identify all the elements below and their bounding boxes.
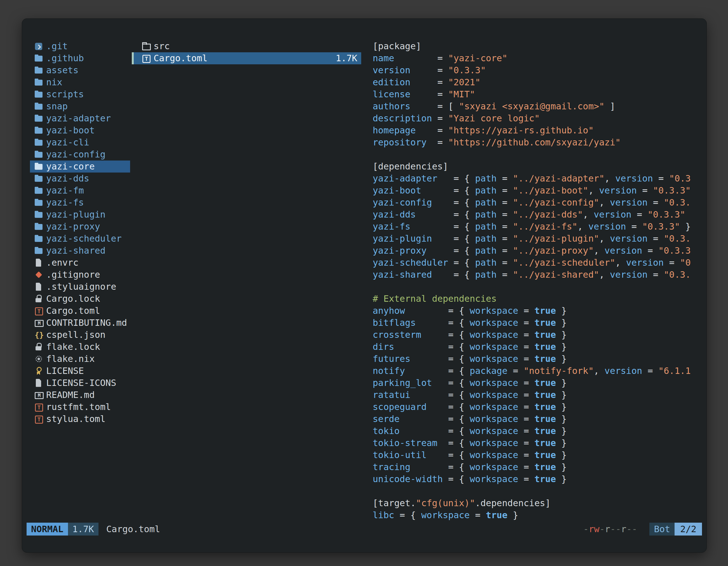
- folder-icon: [34, 150, 44, 160]
- item-label: yazi-fs: [46, 197, 84, 209]
- preview-line: [373, 485, 703, 497]
- preview-line: yazi-plugin = { path = "../yazi-plugin",…: [373, 233, 703, 245]
- preview-line: anyhow = { workspace = true }: [373, 305, 703, 317]
- lock-icon: [34, 342, 44, 352]
- file-icon: [34, 282, 44, 292]
- item-label: .github: [46, 52, 84, 64]
- parent-item-snap[interactable]: snap: [30, 100, 130, 112]
- preview-line: libc = { workspace = true }: [373, 509, 703, 521]
- status-right-group: -rw-r--r-- Bot 2/2: [583, 523, 702, 536]
- item-label: .git: [46, 40, 68, 52]
- parent-item-yazi-cli[interactable]: yazi-cli: [30, 137, 130, 149]
- preview-line: license = "MIT": [373, 88, 703, 100]
- preview-line: description = "Yazi core logic": [373, 112, 703, 125]
- parent-item-yazi-fm[interactable]: yazi-fm: [30, 185, 130, 197]
- item-label: .styluaignore: [46, 281, 116, 293]
- scroll-position-badge: Bot: [649, 523, 675, 536]
- folder-icon: [34, 162, 44, 172]
- item-label: LICENSE-ICONS: [46, 377, 116, 389]
- preview-line: unicode-width = { workspace = true }: [373, 473, 703, 485]
- parent-item-cspell.json[interactable]: cspell.json: [30, 329, 130, 341]
- preview-line: version = "0.3.3": [373, 64, 703, 76]
- folder-icon: [34, 198, 44, 208]
- preview-line: dirs = { workspace = true }: [373, 341, 703, 353]
- parent-item-.git[interactable]: .git: [30, 40, 130, 52]
- preview-line: tokio-stream = { workspace = true }: [373, 437, 703, 449]
- parent-item-Cargo.lock[interactable]: Cargo.lock: [30, 293, 130, 305]
- parent-item-yazi-adapter[interactable]: yazi-adapter: [30, 112, 130, 125]
- parent-item-flake.nix[interactable]: flake.nix: [30, 353, 130, 365]
- preview-line: tokio = { workspace = true }: [373, 425, 703, 437]
- parent-item-.styluaignore[interactable]: .styluaignore: [30, 281, 130, 293]
- md-icon: [34, 390, 44, 400]
- toml-icon: [34, 414, 44, 424]
- folder-icon: [34, 102, 44, 112]
- md-icon: [34, 318, 44, 328]
- parent-item-yazi-boot[interactable]: yazi-boot: [30, 125, 130, 137]
- preview-line: yazi-scheduler = { path = "../yazi-sched…: [373, 257, 703, 269]
- file-icon: [34, 258, 44, 268]
- preview-line: repository = "https://github.com/sxyazi/…: [373, 137, 703, 149]
- preview-line: # External dependencies: [373, 293, 703, 305]
- item-label: yazi-fm: [46, 185, 84, 197]
- preview-line: homepage = "https://yazi-rs.github.io": [373, 125, 703, 137]
- parent-item-yazi-plugin[interactable]: yazi-plugin: [30, 209, 130, 221]
- item-label: nix: [46, 76, 62, 88]
- mode-badge: NORMAL: [27, 523, 68, 536]
- folder-icon: [34, 78, 44, 88]
- desktop-background: { "colors": { "bg-outer": "#3a3a3a", "bg…: [0, 0, 728, 566]
- parent-item-scripts[interactable]: scripts: [30, 88, 130, 100]
- parent-item-.gitignore[interactable]: .gitignore: [30, 269, 130, 281]
- parent-item-LICENSE[interactable]: LICENSE: [30, 365, 130, 377]
- item-label: README.md: [46, 389, 95, 401]
- folder-open-icon: [141, 41, 151, 51]
- parent-item-yazi-core[interactable]: yazi-core: [30, 161, 130, 173]
- folder-icon: [34, 222, 44, 232]
- preview-line: serde = { workspace = true }: [373, 413, 703, 425]
- item-label: CONTRIBUTING.md: [46, 317, 127, 329]
- parent-item-yazi-dds[interactable]: yazi-dds: [30, 173, 130, 185]
- preview-line: yazi-shared = { path = "../yazi-shared",…: [373, 269, 703, 281]
- file-icon: [34, 378, 44, 388]
- preview-line: yazi-config = { path = "../yazi-config",…: [373, 197, 703, 209]
- parent-item-CONTRIBUTING.md[interactable]: CONTRIBUTING.md: [30, 317, 130, 329]
- item-label: yazi-plugin: [46, 209, 105, 221]
- item-label: yazi-adapter: [46, 112, 111, 125]
- parent-item-rustfmt.toml[interactable]: rustfmt.toml: [30, 401, 130, 413]
- parent-item-yazi-config[interactable]: yazi-config: [30, 149, 130, 161]
- terminal-window: .git.githubassetsnixscriptssnapyazi-adap…: [22, 18, 707, 553]
- preview-line: yazi-proxy = { path = "../yazi-proxy", v…: [373, 245, 703, 257]
- preview-line: notify = { package = "notify-fork", vers…: [373, 365, 703, 377]
- parent-item-yazi-fs[interactable]: yazi-fs: [30, 197, 130, 209]
- parent-item-Cargo.toml[interactable]: Cargo.toml: [30, 305, 130, 317]
- parent-item-.envrc[interactable]: .envrc: [30, 257, 130, 269]
- toml-icon: [34, 306, 44, 316]
- folder-icon: [34, 65, 44, 76]
- parent-item-.github[interactable]: .github: [30, 52, 130, 64]
- parent-item-LICENSE-ICONS[interactable]: LICENSE-ICONS: [30, 377, 130, 389]
- parent-item-stylua.toml[interactable]: stylua.toml: [30, 413, 130, 425]
- item-label: Cargo.toml: [46, 305, 100, 317]
- parent-item-nix[interactable]: nix: [30, 76, 130, 88]
- folder-icon: [34, 234, 44, 244]
- current-item-src[interactable]: src: [132, 40, 361, 52]
- preview-line: [373, 149, 703, 161]
- item-label: Cargo.toml: [154, 52, 208, 64]
- folder-icon: [34, 114, 44, 124]
- item-label: .gitignore: [46, 269, 100, 281]
- item-label: yazi-shared: [46, 245, 105, 257]
- parent-item-assets[interactable]: assets: [30, 64, 130, 76]
- current-directory-pane: srcCargo.toml1.7K: [132, 40, 361, 64]
- status-filename: Cargo.toml: [106, 523, 160, 536]
- preview-line: edition = "2021": [373, 76, 703, 88]
- folder-icon: [34, 90, 44, 100]
- parent-item-yazi-shared[interactable]: yazi-shared: [30, 245, 130, 257]
- item-label: cspell.json: [46, 329, 105, 341]
- current-item-Cargo.toml[interactable]: Cargo.toml1.7K: [132, 52, 361, 64]
- preview-line: tracing = { workspace = true }: [373, 461, 703, 473]
- parent-item-yazi-scheduler[interactable]: yazi-scheduler: [30, 233, 130, 245]
- parent-item-yazi-proxy[interactable]: yazi-proxy: [30, 221, 130, 233]
- parent-item-README.md[interactable]: README.md: [30, 389, 130, 401]
- parent-item-flake.lock[interactable]: flake.lock: [30, 341, 130, 353]
- preview-line: yazi-adapter = { path = "../yazi-adapter…: [373, 173, 703, 185]
